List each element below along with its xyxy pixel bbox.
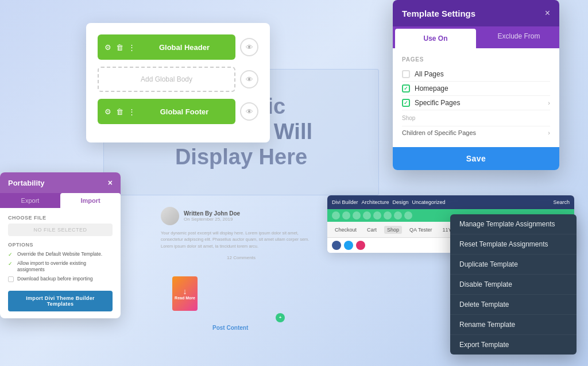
option-row-3: Download backup before importing: [8, 276, 113, 282]
portability-close-button[interactable]: ×: [108, 178, 113, 187]
option-text-3: Download backup before importing: [17, 276, 92, 282]
global-header-row: ⚙ 🗑 ⋮ Global Header 👁: [98, 34, 258, 60]
specific-pages-label: Specific Pages: [415, 99, 543, 107]
toolbar-top-bar: Divi Builder Architecture Design Uncateg…: [327, 195, 574, 209]
context-menu: Manage Template Assignments Reset Templa…: [450, 214, 577, 355]
options-label: Options: [8, 242, 113, 248]
pages-section-label: Pages: [402, 56, 550, 63]
file-selector-button[interactable]: NO FILE SELECTED: [8, 224, 113, 236]
save-button[interactable]: Save: [393, 147, 559, 170]
toolbar-icon-8[interactable]: [404, 211, 412, 219]
global-footer-visibility[interactable]: 👁: [240, 102, 258, 121]
toolbar-icon-2[interactable]: [342, 211, 350, 219]
shop-label: Shop: [402, 113, 550, 123]
portability-import-tab[interactable]: Import: [60, 193, 121, 208]
toolbar-icon-7[interactable]: [394, 211, 402, 219]
portability-body: Choose File NO FILE SELECTED Options ✓ O…: [0, 208, 121, 318]
nav-checkout[interactable]: Checkout: [332, 226, 359, 234]
portability-panel: Portability × Export Import Choose File …: [0, 172, 121, 318]
toolbar-icon-3[interactable]: [353, 211, 361, 219]
option-row-2: ✓ Allow import to override existing assi…: [8, 260, 113, 273]
nav-shop[interactable]: Shop: [384, 226, 402, 234]
portability-export-tab[interactable]: Export: [0, 193, 60, 208]
exclude-from-tab[interactable]: Exclude From: [478, 26, 559, 48]
global-footer-label: Global Footer: [140, 107, 229, 116]
eye-icon-2: 👁: [246, 75, 253, 84]
choose-file-label: Choose File: [8, 215, 113, 221]
modal-close-button[interactable]: ×: [545, 8, 550, 18]
avatar: [161, 207, 179, 225]
post-content-link[interactable]: Post Content: [212, 325, 248, 331]
portability-title: Portability: [8, 179, 45, 187]
toolbar-design-label: Design: [393, 199, 409, 205]
toolbar-icon-6[interactable]: [384, 211, 392, 219]
circle-dot: +: [276, 313, 285, 322]
global-header-label: Global Header: [140, 43, 229, 52]
settings-icon-footer[interactable]: ⚙: [105, 107, 111, 116]
post-author-row: Written By John Doe On September 25, 201…: [161, 207, 322, 225]
add-global-body-label: Add Global Body: [141, 75, 192, 83]
instagram-icon[interactable]: [356, 241, 365, 250]
post-date: On September 25, 2019: [184, 217, 240, 222]
toolbar-uncategorized-label: Uncategorized: [412, 199, 446, 205]
homepage-label: Homepage: [415, 84, 550, 93]
global-footer-block: ⚙ 🗑 ⋮ Global Footer: [98, 99, 235, 124]
author-name: Written By John Doe: [184, 210, 240, 217]
option-text-2: Allow import to override existing assign…: [17, 260, 113, 273]
all-pages-checkbox[interactable]: [402, 70, 410, 78]
settings-icon[interactable]: ⚙: [105, 43, 111, 52]
homepage-item[interactable]: Homepage: [402, 82, 550, 96]
add-global-body-row: Add Global Body 👁: [98, 67, 258, 92]
post-content-area: Written By John Doe On September 25, 201…: [161, 207, 322, 265]
global-body-block[interactable]: Add Global Body: [98, 67, 235, 92]
trash-icon-footer[interactable]: 🗑: [116, 107, 123, 116]
eye-icon: 👁: [246, 43, 253, 52]
rename-template-item[interactable]: Rename Template: [450, 315, 577, 335]
twitter-icon[interactable]: [344, 241, 353, 250]
option-row-1: ✓ Override the Default Website Template.: [8, 251, 113, 257]
global-header-block: ⚙ 🗑 ⋮ Global Header: [98, 34, 235, 60]
modal-header: Template Settings ×: [393, 0, 559, 26]
duplicate-template-item[interactable]: Duplicate Template: [450, 255, 577, 275]
check-icon-1: ✓: [8, 252, 14, 257]
nav-qa-tester[interactable]: QA Tester: [407, 226, 435, 234]
all-pages-label: All Pages: [415, 70, 550, 78]
toolbar-icon-4[interactable]: [363, 211, 371, 219]
comments-link[interactable]: 12 Comments: [161, 255, 322, 260]
homepage-checkbox[interactable]: [402, 84, 410, 93]
template-settings-modal: Template Settings × Use On Exclude From …: [393, 0, 559, 170]
eye-icon-3: 👁: [246, 107, 253, 116]
modal-tabs: Use On Exclude From: [393, 26, 559, 48]
global-header-visibility[interactable]: 👁: [240, 38, 258, 56]
checkbox-3[interactable]: [8, 276, 14, 282]
export-template-item[interactable]: Export Template: [450, 335, 577, 355]
read-more-label: Read More: [175, 296, 195, 300]
reset-template-assignments-item[interactable]: Reset Template Assignments: [450, 234, 577, 255]
facebook-icon[interactable]: [332, 241, 341, 250]
portability-tabs: Export Import: [0, 193, 121, 208]
specific-pages-chevron-icon: ›: [548, 99, 550, 106]
modal-body: Pages All Pages Homepage Specific Pages …: [393, 48, 559, 147]
children-of-specific-pages-item[interactable]: Children of Specific Pages ›: [402, 126, 550, 139]
delete-template-item[interactable]: Delete Template: [450, 295, 577, 315]
portability-header: Portability ×: [0, 172, 121, 193]
dots-icon-footer[interactable]: ⋮: [128, 107, 136, 116]
read-more-button[interactable]: ↓ Read More: [172, 276, 198, 311]
specific-pages-checkbox[interactable]: [402, 99, 410, 107]
specific-pages-item[interactable]: Specific Pages ›: [402, 96, 550, 110]
children-chevron-icon: ›: [548, 129, 550, 136]
global-footer-row: ⚙ 🗑 ⋮ Global Footer 👁: [98, 99, 258, 124]
children-label: Children of Specific Pages: [402, 129, 543, 136]
global-body-visibility[interactable]: 👁: [240, 70, 258, 88]
import-button[interactable]: Import Divi Theme Builder Templates: [8, 291, 113, 311]
trash-icon[interactable]: 🗑: [116, 43, 123, 52]
use-on-tab[interactable]: Use On: [395, 29, 476, 48]
all-pages-item[interactable]: All Pages: [402, 67, 550, 82]
disable-template-item[interactable]: Disable Template: [450, 275, 577, 295]
toolbar-icon-1[interactable]: [332, 211, 340, 219]
dots-icon[interactable]: ⋮: [128, 43, 136, 52]
manage-template-assignments-item[interactable]: Manage Template Assignments: [450, 214, 577, 234]
arrow-down-icon: ↓: [183, 287, 187, 296]
toolbar-icon-5[interactable]: [373, 211, 381, 219]
nav-cart[interactable]: Cart: [364, 226, 380, 234]
